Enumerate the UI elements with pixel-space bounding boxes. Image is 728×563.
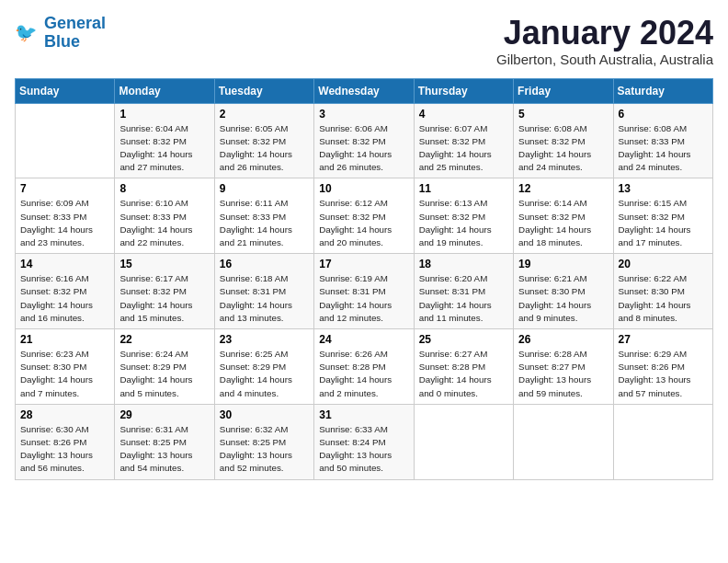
day-info: Sunrise: 6:32 AM Sunset: 8:25 PM Dayligh… <box>220 423 309 476</box>
calendar-cell: 26Sunrise: 6:28 AM Sunset: 8:27 PM Dayli… <box>514 329 613 405</box>
calendar-cell: 1Sunrise: 6:04 AM Sunset: 8:32 PM Daylig… <box>115 103 214 178</box>
day-number: 1 <box>119 108 209 121</box>
calendar-week-row: 21Sunrise: 6:23 AM Sunset: 8:30 PM Dayli… <box>16 329 713 405</box>
day-number: 24 <box>319 333 408 346</box>
calendar-cell: 4Sunrise: 6:07 AM Sunset: 8:32 PM Daylig… <box>414 103 513 178</box>
title-block: January 2024 Gilberton, South Australia,… <box>496 15 713 67</box>
weekday-header: Saturday <box>613 78 712 103</box>
day-number: 21 <box>20 333 109 346</box>
day-number: 25 <box>419 333 508 346</box>
weekday-header: Wednesday <box>314 78 414 103</box>
calendar-table: SundayMondayTuesdayWednesdayThursdayFrid… <box>15 78 713 480</box>
day-number: 10 <box>319 182 408 195</box>
calendar-cell: 31Sunrise: 6:33 AM Sunset: 8:24 PM Dayli… <box>314 404 414 479</box>
calendar-cell: 14Sunrise: 6:16 AM Sunset: 8:32 PM Dayli… <box>16 254 115 329</box>
calendar-week-row: 1Sunrise: 6:04 AM Sunset: 8:32 PM Daylig… <box>16 103 713 178</box>
day-number: 2 <box>220 108 309 121</box>
day-info: Sunrise: 6:16 AM Sunset: 8:32 PM Dayligh… <box>20 272 109 325</box>
calendar-cell: 18Sunrise: 6:20 AM Sunset: 8:31 PM Dayli… <box>414 254 513 329</box>
day-info: Sunrise: 6:14 AM Sunset: 8:32 PM Dayligh… <box>518 197 608 249</box>
weekday-header: Thursday <box>414 78 513 103</box>
day-number: 3 <box>319 108 408 121</box>
day-number: 5 <box>518 108 608 121</box>
day-number: 23 <box>220 333 309 346</box>
calendar-cell: 8Sunrise: 6:10 AM Sunset: 8:33 PM Daylig… <box>115 178 214 254</box>
day-number: 6 <box>619 108 708 121</box>
calendar-cell <box>514 404 613 479</box>
day-info: Sunrise: 6:10 AM Sunset: 8:33 PM Dayligh… <box>119 197 209 249</box>
day-number: 8 <box>119 182 209 195</box>
day-number: 31 <box>319 408 408 421</box>
logo-line1: General <box>44 14 106 32</box>
day-info: Sunrise: 6:19 AM Sunset: 8:31 PM Dayligh… <box>319 272 408 325</box>
day-info: Sunrise: 6:23 AM Sunset: 8:30 PM Dayligh… <box>20 348 109 400</box>
day-number: 11 <box>419 182 508 195</box>
day-number: 4 <box>419 108 508 121</box>
calendar-cell <box>613 404 712 479</box>
calendar-cell <box>414 404 513 479</box>
calendar-week-row: 7Sunrise: 6:09 AM Sunset: 8:33 PM Daylig… <box>16 178 713 254</box>
calendar-cell: 13Sunrise: 6:15 AM Sunset: 8:32 PM Dayli… <box>613 178 712 254</box>
day-number: 14 <box>20 258 109 270</box>
day-number: 30 <box>220 408 309 421</box>
day-number: 29 <box>119 408 209 421</box>
day-info: Sunrise: 6:17 AM Sunset: 8:32 PM Dayligh… <box>119 272 209 325</box>
day-info: Sunrise: 6:25 AM Sunset: 8:29 PM Dayligh… <box>220 348 309 400</box>
calendar-cell: 22Sunrise: 6:24 AM Sunset: 8:29 PM Dayli… <box>115 329 214 405</box>
calendar-cell: 17Sunrise: 6:19 AM Sunset: 8:31 PM Dayli… <box>314 254 414 329</box>
calendar-cell: 9Sunrise: 6:11 AM Sunset: 8:33 PM Daylig… <box>214 178 313 254</box>
day-info: Sunrise: 6:33 AM Sunset: 8:24 PM Dayligh… <box>319 423 408 476</box>
day-info: Sunrise: 6:22 AM Sunset: 8:30 PM Dayligh… <box>619 272 708 325</box>
day-info: Sunrise: 6:18 AM Sunset: 8:31 PM Dayligh… <box>220 272 309 325</box>
day-info: Sunrise: 6:13 AM Sunset: 8:32 PM Dayligh… <box>419 197 508 249</box>
calendar-cell: 15Sunrise: 6:17 AM Sunset: 8:32 PM Dayli… <box>115 254 214 329</box>
day-info: Sunrise: 6:28 AM Sunset: 8:27 PM Dayligh… <box>518 348 608 400</box>
calendar-week-row: 28Sunrise: 6:30 AM Sunset: 8:26 PM Dayli… <box>16 404 713 479</box>
calendar-cell: 29Sunrise: 6:31 AM Sunset: 8:25 PM Dayli… <box>115 404 214 479</box>
day-info: Sunrise: 6:11 AM Sunset: 8:33 PM Dayligh… <box>220 197 309 249</box>
day-info: Sunrise: 6:30 AM Sunset: 8:26 PM Dayligh… <box>20 423 109 476</box>
weekday-header-row: SundayMondayTuesdayWednesdayThursdayFrid… <box>16 78 713 103</box>
day-info: Sunrise: 6:09 AM Sunset: 8:33 PM Dayligh… <box>20 197 109 249</box>
calendar-cell: 3Sunrise: 6:06 AM Sunset: 8:32 PM Daylig… <box>314 103 414 178</box>
calendar-cell: 10Sunrise: 6:12 AM Sunset: 8:32 PM Dayli… <box>314 178 414 254</box>
day-info: Sunrise: 6:21 AM Sunset: 8:30 PM Dayligh… <box>518 272 608 325</box>
day-number: 26 <box>518 333 608 346</box>
day-info: Sunrise: 6:08 AM Sunset: 8:32 PM Dayligh… <box>518 122 608 175</box>
calendar-cell: 6Sunrise: 6:08 AM Sunset: 8:33 PM Daylig… <box>613 103 712 178</box>
day-number: 28 <box>20 408 109 421</box>
calendar-subtitle: Gilberton, South Australia, Australia <box>496 52 713 67</box>
logo: 🐦 General Blue <box>15 15 106 52</box>
logo-icon: 🐦 <box>15 20 40 46</box>
svg-text:🐦: 🐦 <box>15 20 38 42</box>
day-number: 7 <box>20 182 109 195</box>
day-number: 17 <box>319 258 408 270</box>
calendar-cell: 20Sunrise: 6:22 AM Sunset: 8:30 PM Dayli… <box>613 254 712 329</box>
calendar-cell: 16Sunrise: 6:18 AM Sunset: 8:31 PM Dayli… <box>214 254 313 329</box>
calendar-cell <box>16 103 115 178</box>
day-number: 9 <box>220 182 309 195</box>
calendar-cell: 28Sunrise: 6:30 AM Sunset: 8:26 PM Dayli… <box>16 404 115 479</box>
calendar-cell: 21Sunrise: 6:23 AM Sunset: 8:30 PM Dayli… <box>16 329 115 405</box>
calendar-cell: 2Sunrise: 6:05 AM Sunset: 8:32 PM Daylig… <box>214 103 313 178</box>
weekday-header: Friday <box>514 78 613 103</box>
calendar-cell: 11Sunrise: 6:13 AM Sunset: 8:32 PM Dayli… <box>414 178 513 254</box>
day-info: Sunrise: 6:08 AM Sunset: 8:33 PM Dayligh… <box>619 122 708 175</box>
calendar-cell: 25Sunrise: 6:27 AM Sunset: 8:28 PM Dayli… <box>414 329 513 405</box>
calendar-cell: 7Sunrise: 6:09 AM Sunset: 8:33 PM Daylig… <box>16 178 115 254</box>
calendar-cell: 12Sunrise: 6:14 AM Sunset: 8:32 PM Dayli… <box>514 178 613 254</box>
calendar-cell: 24Sunrise: 6:26 AM Sunset: 8:28 PM Dayli… <box>314 329 414 405</box>
day-info: Sunrise: 6:31 AM Sunset: 8:25 PM Dayligh… <box>119 423 209 476</box>
day-info: Sunrise: 6:12 AM Sunset: 8:32 PM Dayligh… <box>319 197 408 249</box>
day-number: 19 <box>518 258 608 270</box>
calendar-cell: 30Sunrise: 6:32 AM Sunset: 8:25 PM Dayli… <box>214 404 313 479</box>
calendar-week-row: 14Sunrise: 6:16 AM Sunset: 8:32 PM Dayli… <box>16 254 713 329</box>
day-info: Sunrise: 6:24 AM Sunset: 8:29 PM Dayligh… <box>119 348 209 400</box>
calendar-cell: 5Sunrise: 6:08 AM Sunset: 8:32 PM Daylig… <box>514 103 613 178</box>
calendar-cell: 23Sunrise: 6:25 AM Sunset: 8:29 PM Dayli… <box>214 329 313 405</box>
day-info: Sunrise: 6:29 AM Sunset: 8:26 PM Dayligh… <box>619 348 708 400</box>
day-number: 12 <box>518 182 608 195</box>
day-info: Sunrise: 6:20 AM Sunset: 8:31 PM Dayligh… <box>419 272 508 325</box>
calendar-cell: 19Sunrise: 6:21 AM Sunset: 8:30 PM Dayli… <box>514 254 613 329</box>
day-number: 18 <box>419 258 508 270</box>
